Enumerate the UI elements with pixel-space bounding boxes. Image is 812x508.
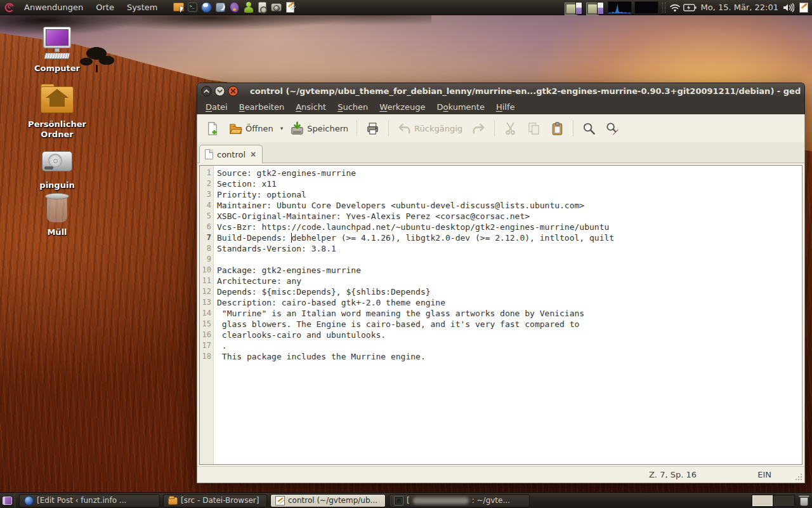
- notes-applet-icon[interactable]: [798, 2, 809, 13]
- panel-menu-anwendungen[interactable]: Anwendungen: [18, 0, 89, 15]
- gedit-icon: [275, 496, 285, 505]
- desktop-icon-label: pinguin: [24, 180, 90, 190]
- tab-control[interactable]: control ×: [199, 145, 263, 163]
- system-monitor-graph[interactable]: [634, 1, 658, 14]
- open-button-label: Öffnen: [246, 124, 273, 133]
- line-text: Description: cairo-based gtk+-2.0 theme …: [214, 297, 445, 308]
- panel-menu-orte[interactable]: Orte: [89, 0, 121, 15]
- cut-scissors-icon: [503, 121, 518, 136]
- launcher-user-switcher-icon[interactable]: [242, 1, 254, 13]
- tab-title: control: [217, 150, 246, 159]
- toolbar-separator: [494, 120, 495, 137]
- taskbar-button-file-manager[interactable]: [src - Datei-Browser]: [163, 494, 267, 507]
- launcher-terminal-icon[interactable]: [187, 1, 199, 13]
- clock[interactable]: Mo, 15. Mär, 22:01: [699, 3, 781, 12]
- open-button[interactable]: Öffnen: [225, 118, 277, 139]
- find-button[interactable]: [578, 118, 600, 139]
- launcher-image-viewer-icon[interactable]: [214, 1, 226, 13]
- launcher-pidgin-messenger-icon[interactable]: [228, 1, 240, 13]
- desktop-icon-label: Persönlicher Ordner: [24, 119, 90, 140]
- taskbar-button-gedit[interactable]: control (~/gvtemp/ub...: [270, 494, 386, 507]
- censored-text: [413, 497, 469, 504]
- editor-line: 17 .: [200, 340, 802, 351]
- cut-button[interactable]: [499, 118, 521, 139]
- taskbar: [Edit Post ‹ funzt.info ... [src - Datei…: [0, 492, 812, 508]
- editor-line: 18 This package includes the Murrine eng…: [200, 351, 802, 362]
- panel-menus: AnwendungenOrteSystem: [18, 0, 164, 15]
- home-folder-icon: [38, 83, 76, 118]
- editor-line: 9: [200, 254, 802, 265]
- taskbar-button-web-browser[interactable]: [Edit Post ‹ funzt.info ...: [19, 494, 160, 507]
- tray-grip-handle[interactable]: [662, 3, 665, 13]
- open-folder-icon: [228, 121, 243, 136]
- line-number: 1: [200, 168, 214, 178]
- toolbar-separator: [388, 120, 389, 137]
- menu-ansicht[interactable]: Ansicht: [290, 99, 332, 114]
- replace-button[interactable]: [601, 118, 624, 139]
- wifi-signal-icon[interactable]: [669, 3, 681, 12]
- line-number: 2: [200, 178, 214, 189]
- menu-hilfe[interactable]: Hilfe: [490, 99, 521, 114]
- desktop-icon-disk[interactable]: pinguin: [24, 144, 90, 190]
- desktop-icon-computer[interactable]: Computer: [24, 27, 90, 74]
- text-editor-area[interactable]: 1 Source: gtk2-engines-murrine 2 Section…: [199, 165, 802, 465]
- menu-werkzeuge[interactable]: Werkzeuge: [374, 99, 431, 114]
- desktop-icon-home-folder[interactable]: Persönlicher Ordner: [24, 83, 90, 140]
- editor-line: 4 Maintainer: Ubuntu Core Developers <ub…: [200, 200, 802, 211]
- editor-line: 11 Architecture: any: [200, 276, 802, 286]
- editor-line: 2 Section: x11: [200, 178, 802, 189]
- system-monitor-graph[interactable]: [608, 1, 632, 14]
- line-text: This package includes the Murrine engine…: [214, 351, 426, 362]
- editor-line: 1 Source: gtk2-engines-murrine: [200, 168, 802, 178]
- minimize-window-button[interactable]: [214, 86, 225, 97]
- workspace-2[interactable]: [773, 495, 794, 506]
- top-panel: AnwendungenOrteSystem Mo, 15.: [0, 0, 812, 15]
- print-button[interactable]: [362, 118, 384, 139]
- copy-button[interactable]: [523, 118, 545, 139]
- menu-datei[interactable]: Datei: [200, 99, 233, 114]
- toolbar-separator: [573, 120, 573, 137]
- launcher-text-editor-icon[interactable]: [284, 1, 296, 13]
- trash-icon: [38, 190, 76, 226]
- cpu-frequency-applet[interactable]: [565, 1, 584, 14]
- battery-icon[interactable]: [683, 4, 697, 11]
- editor-line: 13 Description: cairo-based gtk+-2.0 the…: [200, 297, 802, 308]
- computer-icon: [38, 27, 76, 62]
- menu-dokumente[interactable]: Dokumente: [431, 99, 490, 114]
- undo-button[interactable]: Rückgängig: [393, 118, 466, 139]
- line-number: 4: [200, 200, 214, 211]
- new-document-icon: [205, 121, 219, 136]
- show-desktop-button[interactable]: [0, 493, 15, 508]
- cpu-frequency-applet[interactable]: [586, 1, 605, 14]
- shade-window-button[interactable]: [201, 86, 212, 97]
- close-window-button[interactable]: [228, 86, 239, 97]
- redo-button[interactable]: [468, 118, 490, 139]
- terminal-icon: [394, 496, 403, 505]
- tab-close-icon[interactable]: ×: [249, 149, 257, 159]
- desktop-icon-trash[interactable]: Müll: [24, 190, 90, 237]
- system-tray: Mo, 15. Mär, 22:01: [565, 1, 812, 14]
- line-text: Section: x11: [214, 178, 277, 189]
- disk-icon: [38, 144, 76, 179]
- save-button[interactable]: Speichern: [286, 118, 352, 139]
- paste-button[interactable]: [546, 118, 568, 139]
- trash-applet-icon[interactable]: [799, 495, 809, 507]
- open-dropdown-arrow[interactable]: ▾: [278, 122, 285, 135]
- taskbar-button-terminal[interactable]: [ : ~/gvte...: [389, 494, 530, 507]
- menu-bearbeiten[interactable]: Bearbeiten: [233, 99, 290, 114]
- launcher-web-browser-icon[interactable]: [200, 1, 213, 13]
- resize-grip[interactable]: [794, 472, 803, 481]
- workspace-1[interactable]: [752, 495, 773, 506]
- line-number: 3: [200, 189, 214, 200]
- window-titlebar[interactable]: control (~/gvtemp/ubu_theme_for_debian_l…: [197, 83, 805, 99]
- save-icon: [290, 121, 304, 136]
- launcher-photo-manager-icon[interactable]: [270, 1, 282, 13]
- menu-suchen[interactable]: Suchen: [332, 99, 374, 114]
- editor-line: 5 XSBC-Original-Maintainer: Yves-Alexis …: [200, 211, 802, 222]
- speaker-icon[interactable]: [783, 3, 794, 12]
- new-document-button[interactable]: [201, 118, 223, 139]
- line-text: Priority: optional: [214, 189, 306, 200]
- panel-menu-system[interactable]: System: [121, 0, 164, 15]
- launcher-audio-player-icon[interactable]: [256, 1, 268, 13]
- launcher-file-manager-icon[interactable]: [173, 1, 185, 13]
